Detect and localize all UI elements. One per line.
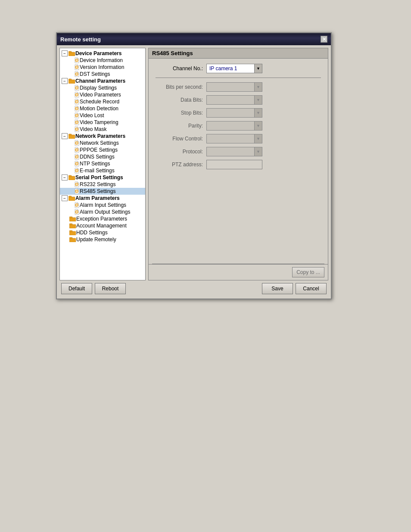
- default-button[interactable]: Default: [61, 283, 92, 294]
- tree-item-video-mask[interactable]: Video Mask: [60, 126, 145, 133]
- svg-point-45: [76, 205, 77, 205]
- folder-icon-exception-params: [69, 216, 76, 221]
- tree-item-dst-settings[interactable]: DST Settings: [60, 71, 145, 78]
- dialog-title: Remote setting: [60, 36, 101, 43]
- parity-label: Parity:: [156, 123, 203, 129]
- stop-bits-select[interactable]: ▼: [206, 108, 262, 118]
- svg-rect-24: [68, 135, 75, 139]
- parity-select[interactable]: ▼: [206, 121, 262, 131]
- tree-item-device-info[interactable]: Device Information: [60, 57, 145, 64]
- svg-point-11: [76, 87, 77, 88]
- protocol-arrow[interactable]: ▼: [254, 147, 262, 156]
- label-network-settings: Network Settings: [80, 140, 119, 146]
- tree-item-rs232-settings[interactable]: RS232 Settings: [60, 181, 145, 188]
- parity-arrow[interactable]: ▼: [254, 121, 262, 130]
- svg-rect-8: [68, 80, 75, 84]
- tree-item-ntp-settings[interactable]: NTP Settings: [60, 160, 145, 167]
- page-icon-network-settings: [74, 140, 80, 146]
- data-bits-arrow[interactable]: ▼: [254, 96, 262, 104]
- tree-item-channel-params[interactable]: − Channel Parameters: [60, 78, 145, 84]
- page-icon-schedule-record: [74, 99, 80, 105]
- save-button[interactable]: Save: [262, 283, 293, 294]
- tree-item-network-settings[interactable]: Network Settings: [60, 140, 145, 146]
- svg-rect-48: [69, 218, 76, 221]
- cancel-button[interactable]: Cancel: [296, 283, 327, 294]
- tree-item-display-settings[interactable]: Display Settings: [60, 84, 145, 91]
- tree-item-alarm-input[interactable]: Alarm Input Settings: [60, 202, 145, 208]
- tree-item-email-settings[interactable]: E-mail Settings: [60, 167, 145, 174]
- dialog-body: − Device Parameters Device In: [57, 45, 331, 299]
- data-bits-label: Data Bits:: [156, 97, 203, 103]
- svg-point-35: [76, 170, 77, 171]
- label-rs485-settings: RS485 Settings: [80, 188, 115, 194]
- expander-device-params[interactable]: −: [62, 50, 68, 56]
- svg-rect-25: [68, 134, 72, 135]
- bits-per-second-select[interactable]: ▼: [206, 82, 262, 92]
- expander-serial-port[interactable]: −: [62, 174, 68, 180]
- label-video-mask: Video Mask: [80, 126, 106, 132]
- tree-item-motion-detection[interactable]: Motion Detection: [60, 105, 145, 112]
- tree-item-schedule-record[interactable]: Schedule Record: [60, 98, 145, 105]
- expander-alarm-params[interactable]: −: [62, 195, 68, 201]
- channel-no-select-container: IP camera 1 ▼: [206, 64, 262, 73]
- data-bits-select[interactable]: ▼: [206, 95, 262, 105]
- stop-bits-arrow[interactable]: ▼: [254, 109, 262, 117]
- expander-network-params[interactable]: −: [62, 133, 68, 139]
- right-panel: RS485 Settings Channel No.: IP camera 1 …: [148, 48, 328, 280]
- tree-item-alarm-params[interactable]: − Alarm Parameters: [60, 195, 145, 202]
- svg-point-3: [76, 60, 77, 61]
- close-button[interactable]: ✕: [321, 36, 327, 43]
- label-update-remotely: Update Remotely: [76, 236, 116, 243]
- page-icon-video-mask: [74, 126, 80, 132]
- tree-item-video-parameters[interactable]: Video Parameters: [60, 91, 145, 98]
- tree-item-serial-port-settings[interactable]: − Serial Port Settings: [60, 174, 145, 181]
- page-icon-version-info: [74, 64, 80, 70]
- reboot-button[interactable]: Reboot: [95, 283, 126, 294]
- svg-point-21: [76, 122, 77, 123]
- flow-control-arrow[interactable]: ▼: [254, 134, 262, 143]
- tree-item-video-lost[interactable]: Video Lost: [60, 112, 145, 119]
- svg-rect-42: [68, 197, 75, 201]
- channel-no-select[interactable]: IP camera 1 ▼: [206, 64, 262, 73]
- folder-icon-device-params: [68, 51, 75, 56]
- channel-no-arrow[interactable]: ▼: [254, 64, 262, 73]
- ptz-address-input[interactable]: [206, 160, 262, 169]
- tree-item-device-params[interactable]: − Device Parameters: [60, 50, 145, 57]
- tree-item-pppoe-settings[interactable]: PPPOE Settings: [60, 146, 145, 153]
- tree-item-hdd-settings[interactable]: HDD Settings: [60, 229, 145, 236]
- divider-top: [156, 78, 321, 78]
- label-account-management: Account Management: [76, 223, 127, 229]
- tree-item-version-info[interactable]: Version Information: [60, 64, 145, 71]
- section-header: RS485 Settings: [149, 48, 328, 59]
- page-icon-ddns-settings: [74, 154, 80, 160]
- page-icon-email-settings: [74, 168, 80, 174]
- svg-point-29: [76, 149, 77, 150]
- tree-item-update-remotely[interactable]: Update Remotely: [60, 236, 145, 243]
- label-dst-settings: DST Settings: [80, 71, 110, 77]
- tree-item-network-params[interactable]: − Network Parameters: [60, 133, 145, 140]
- bits-per-second-arrow[interactable]: ▼: [254, 83, 262, 91]
- tree-item-exception-params[interactable]: Exception Parameters: [60, 215, 145, 222]
- expander-channel-params[interactable]: −: [62, 78, 68, 84]
- folder-icon-serial-port: [68, 175, 75, 180]
- tree-item-rs485-settings[interactable]: RS485 Settings: [60, 188, 145, 195]
- label-exception-params: Exception Parameters: [76, 216, 127, 222]
- flow-control-select[interactable]: ▼: [206, 134, 262, 143]
- tree-item-account-management[interactable]: Account Management: [60, 222, 145, 229]
- folder-icon-alarm-params: [68, 196, 75, 201]
- folder-icon-network-params: [68, 134, 75, 139]
- copy-to-button[interactable]: Copy to ...: [292, 267, 324, 277]
- tree-item-alarm-output[interactable]: Alarm Output Settings: [60, 208, 145, 215]
- tree-item-video-tampering[interactable]: Video Tampering: [60, 119, 145, 126]
- label-email-settings: E-mail Settings: [80, 168, 115, 174]
- protocol-select[interactable]: ▼: [206, 147, 262, 156]
- page-icon-dst-settings: [74, 71, 80, 77]
- svg-point-47: [76, 212, 77, 212]
- svg-point-19: [76, 115, 77, 116]
- flow-control-row: Flow Control: ▼: [156, 134, 321, 143]
- svg-rect-37: [68, 175, 72, 177]
- tree-item-ddns-settings[interactable]: DDNS Settings: [60, 153, 145, 160]
- label-ddns-settings: DDNS Settings: [80, 154, 115, 160]
- page-icon-device-info: [74, 57, 80, 63]
- bits-per-second-label: Bits per second:: [156, 84, 203, 90]
